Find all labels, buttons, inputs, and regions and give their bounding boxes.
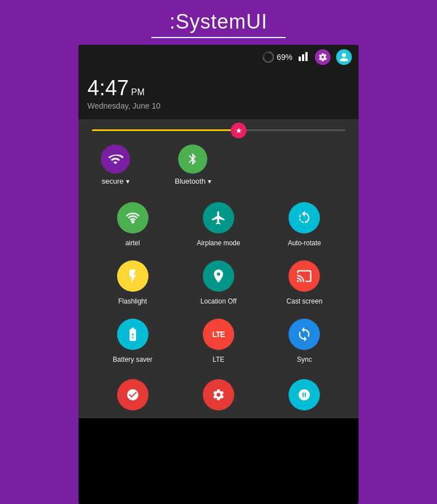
tile-location[interactable]: Location Off [175,255,261,313]
title-underline [151,37,286,38]
svg-point-5 [131,220,134,223]
bottom-tiles [78,376,359,414]
svg-rect-2 [299,57,301,61]
bottom-tile-2[interactable] [175,376,261,414]
wifi-label-row: secure ▾ [101,177,129,185]
lte-icon: LTE [203,319,234,350]
signal-bars-icon [298,51,309,63]
svg-point-1 [263,52,273,62]
location-label: Location Off [201,297,237,305]
tiles-grid: airtel Airplane mode Auto-rotate [78,192,359,376]
auto-rotate-icon [289,202,320,234]
settings-icon[interactable] [315,49,331,65]
wifi-toggle[interactable]: secure ▾ [101,144,130,185]
wifi-label: secure [101,177,123,185]
airplane-mode-icon [203,202,234,234]
battery-indicator: 69% [262,51,292,63]
airplane-mode-label: Airplane mode [197,239,240,247]
sync-icon [289,319,320,350]
phone-frame: 69% 4:47PM Wednesday, June 10 [78,45,359,504]
status-bar: 69% [78,45,359,69]
tile-cast-screen[interactable]: Cast screen [262,255,347,313]
user-avatar[interactable] [336,49,352,65]
top-toggles: secure ▾ Bluetooth ▾ [78,140,359,192]
brightness-fill [92,129,239,131]
tile-auto-rotate[interactable]: Auto-rotate [262,197,347,255]
quick-settings-panel: ★ secure ▾ [78,119,359,418]
bluetooth-label: Bluetooth [175,177,206,185]
auto-rotate-label: Auto-rotate [288,239,321,247]
bottom-icon-2 [203,379,234,410]
bottom-tile-3[interactable] [262,376,347,414]
cast-screen-label: Cast screen [286,297,322,305]
cast-screen-icon [289,260,320,292]
bottom-icon-1 [117,379,148,410]
wifi-chevron-icon: ▾ [126,178,129,185]
brightness-slider[interactable]: ★ [92,129,345,131]
bottom-tile-1[interactable] [90,376,175,414]
clock-area: 4:47PM Wednesday, June 10 [78,69,359,119]
battery-icon [262,51,275,63]
tile-airplane-mode[interactable]: Airplane mode [175,197,261,255]
battery-percent: 69% [277,53,292,62]
battery-saver-icon [117,319,148,350]
tile-battery-saver[interactable]: Battery saver [90,313,175,371]
brightness-thumb[interactable]: ★ [231,123,247,138]
tile-flashlight[interactable]: Flashlight [90,255,175,313]
tile-airtel[interactable]: airtel [90,197,175,255]
clock-time: 4:47PM [87,76,350,100]
star-icon: ★ [235,126,243,135]
location-icon [203,260,234,292]
app-title-container: :SystemUI [151,0,286,45]
airtel-label: airtel [125,239,140,247]
flashlight-icon [117,260,148,292]
airtel-icon [117,202,148,234]
bluetooth-toggle-icon [178,144,207,174]
bluetooth-label-row: Bluetooth ▾ [175,177,211,185]
lte-text: LTE [212,330,225,339]
bluetooth-chevron-icon: ▾ [208,178,211,185]
lte-label: LTE [212,356,224,363]
tile-sync[interactable]: Sync [262,313,347,371]
svg-rect-3 [302,54,304,61]
brightness-row[interactable]: ★ [78,119,359,140]
app-title: :SystemUI [151,0,286,37]
wifi-toggle-icon [101,144,130,174]
flashlight-label: Flashlight [118,297,147,305]
sync-label: Sync [297,356,312,363]
tile-lte[interactable]: LTE LTE [175,313,261,371]
svg-rect-4 [305,52,308,61]
clock-date: Wednesday, June 10 [87,101,350,110]
bluetooth-toggle[interactable]: Bluetooth ▾ [175,144,211,185]
battery-saver-label: Battery saver [113,356,152,363]
bottom-icon-3 [289,379,320,410]
